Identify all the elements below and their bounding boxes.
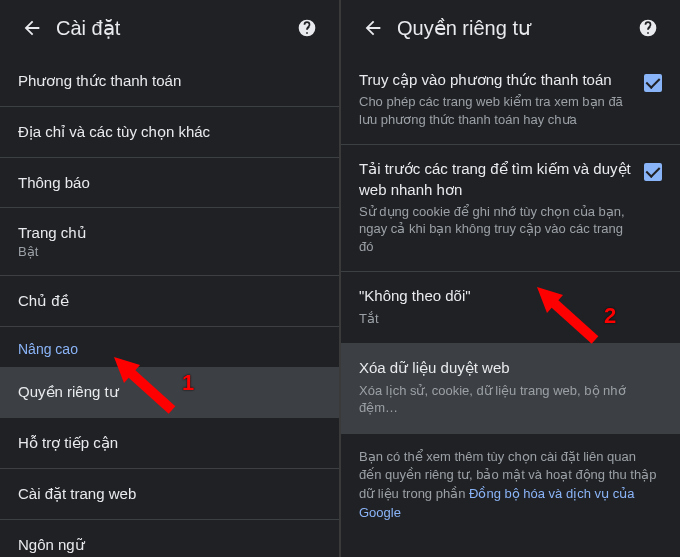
page-title: Cài đặt [56,16,287,40]
back-button[interactable] [12,8,52,48]
checkbox-payment-access[interactable] [644,74,662,92]
section-advanced: Nâng cao [0,327,339,367]
item-label: Chủ đề [18,292,321,310]
item-label: Thông báo [18,174,321,191]
item-value: Tắt [359,310,662,328]
item-value: Bật [18,244,321,259]
item-title: "Không theo dõi" [359,286,662,306]
item-accessibility[interactable]: Hỗ trợ tiếp cận [0,418,339,469]
back-arrow-icon [21,17,43,39]
item-label: Trang chủ [18,224,321,242]
item-label: Hỗ trợ tiếp cận [18,434,321,452]
item-title: Tải trước các trang để tìm kiếm và duyệt… [359,159,632,200]
item-label: Phương thức thanh toán [18,72,321,90]
help-icon [297,18,317,38]
item-privacy[interactable]: Quyền riêng tư [0,367,339,418]
item-language[interactable]: Ngôn ngữ [0,520,339,557]
settings-panel: Cài đặt Phương thức thanh toán Địa chỉ v… [0,0,339,557]
checkbox-preload[interactable] [644,163,662,181]
item-label: Cài đặt trang web [18,485,321,503]
settings-list: Phương thức thanh toán Địa chỉ và các tù… [0,56,339,557]
back-arrow-icon [362,17,384,39]
annotation-number-2: 2 [604,303,616,329]
item-notifications[interactable]: Thông báo [0,158,339,208]
help-icon [638,18,658,38]
item-title: Truy cập vào phương thức thanh toán [359,70,632,90]
back-button[interactable] [353,8,393,48]
privacy-panel: Quyền riêng tư Truy cập vào phương thức … [341,0,680,557]
item-label: Ngôn ngữ [18,536,321,554]
item-payment-access[interactable]: Truy cập vào phương thức thanh toán Cho … [341,56,680,145]
help-button[interactable] [628,8,668,48]
header: Quyền riêng tư [341,0,680,56]
privacy-footer: Bạn có thể xem thêm tùy chọn cài đặt liê… [341,434,680,537]
item-label: Quyền riêng tư [18,383,321,401]
item-theme[interactable]: Chủ đề [0,276,339,327]
item-desc: Xóa lịch sử, cookie, dữ liệu trang web, … [359,382,662,417]
item-desc: Sử dụng cookie để ghi nhớ tùy chọn của b… [359,203,632,256]
item-label: Địa chỉ và các tùy chọn khác [18,123,321,141]
item-payment-methods[interactable]: Phương thức thanh toán [0,56,339,107]
item-homepage[interactable]: Trang chủ Bật [0,208,339,276]
item-desc: Cho phép các trang web kiểm tra xem bạn … [359,93,632,128]
item-addresses[interactable]: Địa chỉ và các tùy chọn khác [0,107,339,158]
annotation-number-1: 1 [182,370,194,396]
item-title: Xóa dữ liệu duyệt web [359,358,662,378]
item-preload-pages[interactable]: Tải trước các trang để tìm kiếm và duyệt… [341,145,680,272]
item-site-settings[interactable]: Cài đặt trang web [0,469,339,520]
header: Cài đặt [0,0,339,56]
page-title: Quyền riêng tư [397,16,628,40]
item-clear-browsing-data[interactable]: Xóa dữ liệu duyệt web Xóa lịch sử, cooki… [341,344,680,433]
item-do-not-track[interactable]: "Không theo dõi" Tắt [341,272,680,344]
help-button[interactable] [287,8,327,48]
